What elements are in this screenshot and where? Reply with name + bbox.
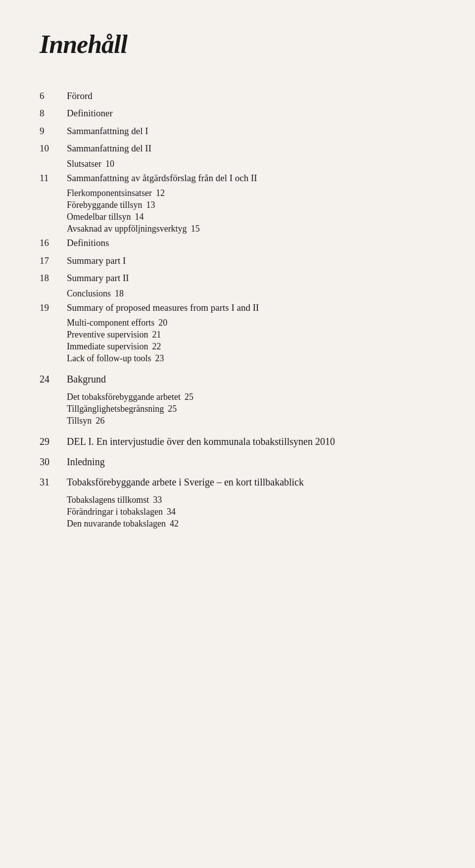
toc-sub-omedelbar: Omedelbar tillsyn 14 [40,212,435,222]
sub-page-number: 25 [185,392,193,402]
entry-label: Summary of proposed measures from parts … [67,300,259,315]
sub-label: Immediate supervision [67,341,148,352]
sub-page-number: 22 [152,341,161,352]
toc-sub-tobaksforebyggande: Det tobaksförebyggande arbetet 25 [40,392,435,402]
toc-entry-tobaksforebyggande-historia: 31 Tobaksförebyggande arbete i Sverige –… [40,475,435,490]
entry-label: Inledning [67,454,105,470]
toc-sub-preventive: Preventive supervision 21 [40,330,435,340]
entry-label: Tobaksförebyggande arbete i Sverige – en… [67,475,304,490]
toc-entry-sammanfattning-2: 10 Sammanfattning del II [40,141,435,155]
toc-sub-immediate: Immediate supervision 22 [40,341,435,352]
entry-label: Bakgrund [67,372,106,387]
page-number: 16 [40,236,67,250]
sub-label: Den nuvarande tobakslagen [67,519,166,529]
entry-label: Definitioner [67,106,113,120]
entry-label: Sammanfattning del II [67,141,151,155]
sub-label: Förebyggande tillsyn [67,200,142,210]
toc-sub-lack-followup: Lack of follow-up tools 23 [40,353,435,364]
toc-entry-definitions: 16 Definitions [40,236,435,250]
page-number: 8 [40,106,67,120]
sub-label: Tillgänglighetsbegränsning [67,404,164,414]
toc-entry-bakgrund: 24 Bakgrund [40,372,435,387]
sub-page-number: 12 [156,188,165,198]
sub-label: Tobakslagens tillkomst [67,495,149,505]
toc-sub-forebyggande: Förebyggande tillsyn 13 [40,200,435,210]
page-number: 29 [40,434,67,449]
page-number: 17 [40,253,67,268]
entry-label: DEL I. En intervjustudie över den kommun… [67,434,335,449]
page-number: 31 [40,475,67,490]
toc-sub-tobakslagens-tillkomst: Tobakslagens tillkomst 33 [40,495,435,505]
sub-label: Tillsyn [67,416,92,426]
page-title: Innehåll [40,30,435,59]
entry-label: Summary part II [67,271,129,285]
toc-entry-summary-part-2: 18 Summary part II [40,271,435,285]
toc-entry-forord: 6 Förord [40,89,435,103]
page-number: 11 [40,171,67,185]
page-number: 9 [40,124,67,138]
toc-sub-nuvarande: Den nuvarande tobakslagen 42 [40,519,435,529]
toc-sub-flerkomponent: Flerkomponentsinsatser 12 [40,188,435,198]
toc-sub-conclusions: Conclusions 18 [40,289,435,299]
sub-label: Avsaknad av uppföljningsverktyg [67,224,187,234]
sub-label: Förändringar i tobakslagen [67,507,163,517]
table-of-contents: 6 Förord 8 Definitioner 9 Sammanfattning… [40,89,435,529]
sub-label: Flerkomponentsinsatser [67,188,152,198]
sub-page-number: 20 [158,318,167,328]
sub-label: Omedelbar tillsyn [67,212,131,222]
entry-label: Sammanfattning av åtgärdsförslag från de… [67,171,257,185]
toc-sub-tillsyn: Tillsyn 26 [40,416,435,426]
sub-page-number: 13 [146,200,155,210]
page-number: 18 [40,271,67,285]
entry-label: Summary part I [67,253,126,268]
toc-entry-sammanfattning-1: 9 Sammanfattning del I [40,124,435,138]
sub-page-number: 33 [153,495,162,505]
toc-entry-summary-proposed: 19 Summary of proposed measures from par… [40,300,435,315]
sub-page-number: 25 [168,404,177,414]
toc-entry-inledning: 30 Inledning [40,454,435,470]
page-number: 30 [40,454,67,470]
entry-label: Sammanfattning del I [67,124,148,138]
sub-page-number: 15 [191,224,200,234]
page-number: 6 [40,89,67,103]
sub-page-number: 23 [155,353,164,364]
sub-page-number: 10 [105,159,114,169]
sub-page-number: 34 [167,507,176,517]
toc-sub-slutsatser: Slutsatser 10 [40,159,435,169]
sub-page-number: 42 [170,519,179,529]
entry-label: Definitions [67,236,109,250]
page-number: 19 [40,300,67,315]
sub-label: Det tobaksförebyggande arbetet [67,392,181,402]
sub-page-number: 21 [152,330,161,340]
page-number: 24 [40,372,67,387]
page-number: 10 [40,141,67,155]
sub-label: Lack of follow-up tools [67,353,151,364]
toc-sub-avsaknad: Avsaknad av uppföljningsverktyg 15 [40,224,435,234]
sub-label: Preventive supervision [67,330,148,340]
sub-page-number: 14 [135,212,143,222]
toc-entry-summary-part-1: 17 Summary part I [40,253,435,268]
toc-sub-multicomponent: Multi-component efforts 20 [40,318,435,328]
sub-label: Conclusions [67,289,111,299]
toc-entry-del1: 29 DEL I. En intervjustudie över den kom… [40,434,435,449]
entry-label: Förord [67,89,93,103]
toc-entry-definitioner: 8 Definitioner [40,106,435,120]
sub-label: Slutsatser [67,159,101,169]
sub-page-number: 26 [95,416,104,426]
sub-label: Multi-component efforts [67,318,154,328]
sub-page-number: 18 [115,289,124,299]
toc-sub-tillganglighet: Tillgänglighetsbegränsning 25 [40,404,435,414]
toc-entry-sammanfattning-atgard: 11 Sammanfattning av åtgärdsförslag från… [40,171,435,185]
toc-sub-forandringar: Förändringar i tobakslagen 34 [40,507,435,517]
